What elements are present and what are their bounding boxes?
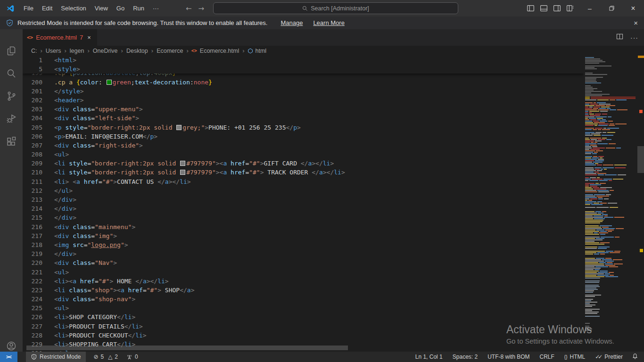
warnings-count: 2 xyxy=(115,354,118,360)
code-line[interactable]: 220<div class="Nav"> xyxy=(23,258,584,267)
code-line[interactable]: 202<header> xyxy=(23,96,584,105)
line-number: 203 xyxy=(23,105,42,114)
restricted-mode-status[interactable]: Restricted Mode xyxy=(26,352,86,362)
customize-layout-icon[interactable] xyxy=(566,4,574,12)
formatter-status[interactable]: ✓✓ Prettier xyxy=(594,354,624,360)
vertical-scrollbar[interactable] xyxy=(637,146,644,173)
nav-forward-icon[interactable]: → xyxy=(198,4,205,13)
source-control-icon[interactable] xyxy=(0,85,23,107)
manage-link[interactable]: Manage xyxy=(281,19,303,26)
banner-close-icon[interactable]: × xyxy=(634,19,638,27)
extensions-icon[interactable] xyxy=(0,130,23,153)
code-line[interactable]: 204<div class="left-side"> xyxy=(23,114,584,123)
menu-[interactable]: ··· xyxy=(149,3,163,14)
command-center-search[interactable]: Search [Administrator] xyxy=(213,2,458,14)
language-mode[interactable]: {} HTML xyxy=(563,354,586,360)
code-line[interactable]: 206<p>EMAIL: INFO@EISER.COM</p> xyxy=(23,132,584,141)
close-window-button[interactable]: × xyxy=(622,0,644,16)
code-line[interactable]: 225<ul> xyxy=(23,304,584,313)
explorer-icon[interactable] xyxy=(0,40,23,62)
line-content: <div class="img"> xyxy=(54,231,117,240)
code-editor[interactable]: 199.cp {position:absolute;top:400px}200.… xyxy=(23,56,584,352)
code-line[interactable]: 210<li style="border-right:2px solid #79… xyxy=(23,168,584,177)
breadcrumb-file[interactable]: Ecomerce.html xyxy=(199,48,239,54)
code-line[interactable]: 226<li>SHOP CATEGORY</li> xyxy=(23,313,584,321)
code-line[interactable]: 223<li class="shop"><a href="#"> SHOP</a… xyxy=(23,286,584,295)
cursor-position[interactable]: Ln 1, Col 1 xyxy=(414,354,444,360)
code-line[interactable]: 216<div class="mainmenu"> xyxy=(23,222,584,231)
code-line[interactable]: 208<ul> xyxy=(23,150,584,159)
code-line[interactable]: 215</div> xyxy=(23,213,584,222)
code-line[interactable]: 207<div class="right-side"> xyxy=(23,141,584,150)
breadcrumb-item[interactable]: legen xyxy=(69,48,85,54)
menu-run[interactable]: Run xyxy=(129,3,149,14)
code-line[interactable]: 1<html> xyxy=(23,56,584,65)
split-editor-icon[interactable] xyxy=(616,33,623,42)
code-line[interactable]: 228<li>PRODUCT CHECKOUT</li> xyxy=(23,331,584,340)
code-line[interactable]: 214</div> xyxy=(23,204,584,213)
code-line[interactable]: 224<div class="shop-nav"> xyxy=(23,295,584,304)
code-line[interactable]: 219</div> xyxy=(23,249,584,258)
horizontal-scrollbar[interactable] xyxy=(26,346,348,350)
line-content: <p style="border-right:2px solid grey;">… xyxy=(54,123,301,132)
line-number: 223 xyxy=(23,286,42,295)
symbol-icon xyxy=(248,48,255,54)
search-view-icon[interactable] xyxy=(0,62,23,85)
more-actions-icon[interactable]: ··· xyxy=(630,34,638,41)
vscode-logo-icon xyxy=(6,4,15,13)
breadcrumb-symbol[interactable]: html xyxy=(255,48,267,54)
line-number: 207 xyxy=(23,141,42,150)
indentation[interactable]: Spaces: 2 xyxy=(452,354,479,360)
code-line[interactable]: 209<li style="border-right:2px solid #79… xyxy=(23,159,584,168)
minimap[interactable] xyxy=(584,56,638,352)
breadcrumb-item[interactable]: Desktop xyxy=(126,48,149,54)
code-line[interactable]: 217<div class="img"> xyxy=(23,231,584,240)
code-line[interactable]: 222<li><a href="#"> HOME </a></li> xyxy=(23,277,584,286)
menu-selection[interactable]: Selection xyxy=(57,3,90,14)
color-swatch xyxy=(180,170,185,175)
menu-view[interactable]: View xyxy=(91,3,112,14)
breadcrumb-item[interactable]: Users xyxy=(45,48,62,54)
line-content: <li class="shop"><a href="#"> SHOP</a> xyxy=(54,286,194,295)
encoding[interactable]: UTF-8 with BOM xyxy=(487,354,530,360)
code-line[interactable]: 201</style> xyxy=(23,87,584,96)
menu-go[interactable]: Go xyxy=(112,3,129,14)
code-line[interactable]: 213</div> xyxy=(23,195,584,204)
breadcrumb-item[interactable]: C: xyxy=(31,48,38,54)
code-line[interactable]: 200.cp a {color: green;text-decoration:n… xyxy=(23,78,584,87)
code-lines: 199.cp {position:absolute;top:400px}200.… xyxy=(23,56,584,352)
code-line[interactable]: 5<style> xyxy=(23,65,584,74)
remote-indicator[interactable]: >< xyxy=(0,352,17,362)
code-line[interactable]: 227<li>PRODUCT DETAILS</li> xyxy=(23,322,584,331)
code-line[interactable]: 212</ul> xyxy=(23,186,584,195)
eol-sequence[interactable]: CRLF xyxy=(539,354,555,360)
problems-status[interactable]: ⊘ 5 △ 2 xyxy=(92,354,119,360)
breadcrumb-item[interactable]: Ecomerce xyxy=(156,48,183,54)
nav-back-icon[interactable]: ← xyxy=(186,4,192,13)
menu-edit[interactable]: Edit xyxy=(38,3,57,14)
line-content: </div> xyxy=(54,213,76,222)
sticky-scroll[interactable]: 1<html>5<style> xyxy=(23,56,584,74)
notifications-bell-icon[interactable] xyxy=(632,353,638,361)
run-and-debug-icon[interactable] xyxy=(0,107,23,130)
tab-close-icon[interactable]: × xyxy=(87,34,91,41)
line-number: 204 xyxy=(23,114,42,123)
toggle-panel-icon[interactable] xyxy=(540,4,548,12)
line-content: </div> xyxy=(54,249,76,258)
restore-button[interactable] xyxy=(601,0,622,16)
toggle-secondary-sidebar-icon[interactable] xyxy=(553,4,561,12)
code-line[interactable]: 221<ul> xyxy=(23,268,584,277)
code-line[interactable]: 205<p style="border-right:2px solid grey… xyxy=(23,123,584,132)
toggle-sidebar-icon[interactable] xyxy=(527,4,535,12)
code-line[interactable]: 218<img src="logo.png"> xyxy=(23,240,584,249)
code-line[interactable]: 203<div class="upper-menu"> xyxy=(23,105,584,114)
ports-status[interactable]: 0 xyxy=(125,354,139,360)
breadcrumb: C:›Users›legen›OneDrive›Desktop›Ecomerce… xyxy=(23,46,644,56)
menu-file[interactable]: File xyxy=(19,3,38,14)
tab-ecomerce-html[interactable]: <> Ecomerce.html 7 × xyxy=(23,29,97,46)
learn-more-link[interactable]: Learn More xyxy=(313,19,344,26)
code-line[interactable]: 211<li> <a href="#">CONTACT US </a></li> xyxy=(23,177,584,186)
minimize-button[interactable]: – xyxy=(579,0,601,16)
breadcrumb-separator: › xyxy=(242,47,244,54)
breadcrumb-item[interactable]: OneDrive xyxy=(92,48,118,54)
